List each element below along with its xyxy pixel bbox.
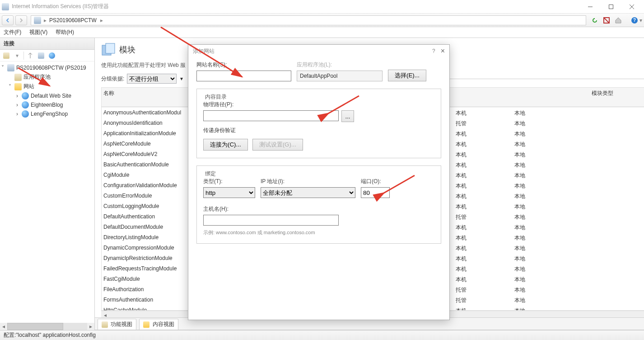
module-entry-type: 本地 — [514, 161, 551, 169]
type-select[interactable]: http — [203, 187, 255, 198]
tree-expand-icon[interactable]: › — [14, 93, 20, 99]
maximize-button[interactable] — [601, 0, 621, 14]
site-name-label: 网站名称(S): — [196, 61, 291, 69]
tree-site-lengfeng[interactable]: › LengFengShop — [14, 109, 94, 118]
tree-expand-icon[interactable]: › — [14, 102, 20, 108]
module-entry-type: 本地 — [514, 224, 551, 231]
refresh-icon[interactable] — [590, 15, 600, 25]
tab-content-label: 内容视图 — [153, 321, 174, 327]
app-icon — [2, 3, 9, 10]
tab-feature-view[interactable]: 功能视图 — [98, 319, 136, 330]
connections-tree[interactable]: ˅ PS20190608PCTW (PS2019 应用程序池 ˅ 网站 › — [0, 61, 94, 323]
module-entry-type: 本地 — [514, 109, 551, 117]
nav-bar: ▸ PS20190608PCTW ▸ ? ▾ — [0, 14, 644, 27]
scroll-left-icon[interactable]: ◂ — [101, 312, 109, 318]
menu-help[interactable]: 帮助(H) — [56, 28, 74, 36]
module-type: 本机 — [456, 161, 514, 169]
app-pool-label: 应用程序池(L): — [297, 61, 383, 69]
connections-tool-1[interactable] — [2, 51, 11, 60]
module-type: 本机 — [456, 151, 514, 159]
nav-back-button[interactable] — [2, 15, 14, 25]
tree-root[interactable]: ˅ PS20190608PCTW (PS2019 — [0, 63, 94, 72]
tab-feature-label: 功能视图 — [111, 321, 132, 327]
scroll-thumb[interactable] — [7, 323, 63, 330]
menu-bar: 文件(F) 视图(V) 帮助(H) — [0, 27, 644, 38]
module-entry-type: 本地 — [514, 203, 551, 211]
module-type: 本机 — [456, 172, 514, 179]
module-entry-type: 本地 — [514, 120, 551, 128]
site-name-input[interactable] — [196, 71, 291, 81]
scroll-left-icon[interactable]: ◂ — [0, 323, 7, 330]
physical-path-input[interactable] — [203, 110, 339, 121]
ip-select[interactable]: 全部未分配 — [261, 187, 355, 198]
module-type: 托管 — [456, 286, 514, 294]
modules-heading-icon — [101, 42, 116, 57]
browse-path-button[interactable]: ... — [341, 110, 354, 122]
breadcrumb[interactable]: ▸ PS20190608PCTW ▸ — [31, 15, 586, 25]
menu-file[interactable]: 文件(F) — [4, 28, 21, 36]
connections-tool-2[interactable]: ▾ — [13, 51, 22, 60]
home-icon[interactable] — [613, 15, 623, 25]
tree-expand-icon[interactable]: › — [14, 111, 20, 117]
tree-h-scrollbar[interactable]: ◂ ▸ — [0, 323, 94, 330]
status-bar: 配置:"localhost" applicationHost.config — [0, 330, 644, 340]
module-type: 本机 — [456, 234, 514, 242]
module-entry-type: 本地 — [514, 286, 551, 294]
module-type: 本机 — [456, 141, 514, 148]
tree-site-eighteen[interactable]: › EighteenBlog — [14, 100, 94, 109]
globe-icon — [22, 101, 29, 109]
host-label: 主机名(H): — [203, 205, 339, 213]
status-config: 配置:"localhost" applicationHost.config — [4, 331, 96, 339]
connections-tool-5[interactable] — [47, 51, 56, 60]
col-module-type[interactable]: 模块类型 — [592, 90, 644, 105]
app-pools-icon — [14, 74, 22, 81]
nav-forward-button[interactable] — [15, 15, 27, 25]
help-icon[interactable]: ? — [630, 15, 639, 25]
tree-toggle-icon[interactable]: ˅ — [0, 65, 5, 71]
tree-app-pools[interactable]: 应用程序池 — [7, 72, 94, 82]
host-input[interactable] — [203, 215, 339, 226]
tree-site-default[interactable]: › Default Web Site — [14, 91, 94, 100]
host-icon — [34, 17, 41, 24]
module-entry-type: 本地 — [514, 276, 551, 283]
type-label: 类型(T): — [203, 178, 255, 185]
dialog-close-icon[interactable]: × — [441, 47, 445, 55]
connections-tool-4[interactable] — [37, 51, 46, 60]
menu-view[interactable]: 视图(V) — [29, 28, 47, 36]
breadcrumb-host: PS20190608PCTW — [49, 17, 97, 24]
module-type: 托管 — [456, 213, 514, 221]
module-entry-type: 本地 — [514, 297, 551, 304]
module-type: 本机 — [456, 193, 514, 200]
module-entry-type: 本地 — [514, 265, 551, 273]
binding-legend: 绑定 — [203, 170, 218, 178]
ip-label: IP 地址(I): — [261, 178, 355, 185]
server-icon — [7, 64, 14, 71]
connections-panel: 连接 ▾ ˅ PS20190608PCTW (PS2019 应用程序池 — [0, 38, 95, 330]
module-entry-type: 本地 — [514, 234, 551, 242]
tab-content-view[interactable]: 内容视图 — [139, 319, 178, 330]
close-button[interactable] — [621, 0, 642, 14]
content-view-icon — [143, 321, 149, 328]
tree-sites[interactable]: ˅ 网站 — [7, 82, 94, 91]
feature-view-icon — [102, 321, 108, 328]
content-dir-legend: 内容目录 — [203, 93, 229, 101]
module-entry-type: 本地 — [514, 193, 551, 200]
connect-as-button[interactable]: 连接为(C)... — [203, 139, 248, 151]
tree-toggle-icon[interactable]: ˅ — [7, 84, 13, 90]
window-title: Internet Information Services (IIS)管理器 — [12, 3, 580, 10]
module-type: 本机 — [456, 276, 514, 283]
test-settings-button[interactable]: 测试设置(G)... — [252, 139, 303, 151]
scroll-right-icon[interactable]: ▸ — [87, 323, 94, 330]
dialog-help-icon[interactable]: ? — [432, 48, 435, 54]
module-entry-type: 本地 — [514, 130, 551, 138]
port-input[interactable] — [361, 187, 390, 198]
select-app-pool-button[interactable]: 选择(E)... — [388, 70, 426, 81]
tree-site-default-label: Default Web Site — [31, 93, 71, 99]
app-pool-value: DefaultAppPool — [297, 71, 383, 81]
connections-tool-3[interactable] — [26, 51, 35, 60]
minimize-button[interactable] — [580, 0, 601, 14]
group-by-select[interactable]: 不进行分组 — [127, 74, 177, 84]
module-entry-type: 本地 — [514, 172, 551, 179]
module-type: 本机 — [456, 109, 514, 117]
stop-icon[interactable] — [602, 15, 611, 25]
